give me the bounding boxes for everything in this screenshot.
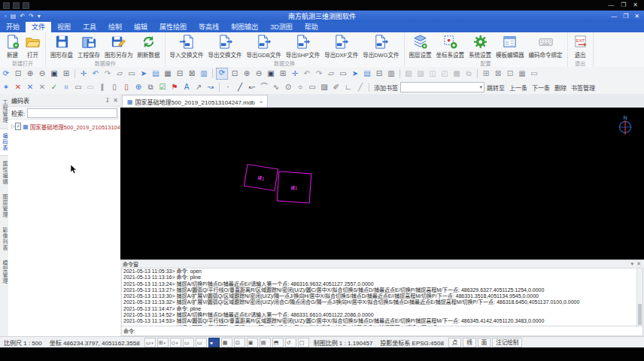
pin-icon[interactable]: ▾ [631, 261, 634, 267]
maximize-icon[interactable]: ❐ [623, 13, 628, 20]
fit-extent-icon[interactable]: ⊡ [229, 68, 240, 79]
toolbar-button-刷新数据[interactable]: 刷新数据 [135, 33, 163, 60]
ribbon-tab-等高线[interactable]: 等高线 [193, 22, 225, 32]
select-rect-icon[interactable]: ▭ [338, 68, 348, 79]
toolbar-button-新建[interactable]: 新建 [2, 33, 23, 60]
mode-button[interactable]: ▭ [196, 338, 207, 347]
delete-bookmark-button[interactable]: 删除 [554, 83, 567, 92]
add-bookmark-button[interactable]: 添加书签 [374, 83, 398, 92]
select-window-icon[interactable]: ▱ [114, 68, 125, 79]
checkbox[interactable]: ✓ [15, 123, 21, 130]
toolbar-button-图层设置[interactable]: 图层设置 [407, 33, 434, 60]
table-view-icon[interactable]: ▦ [163, 68, 173, 79]
stereo-tool-icon[interactable]: ◰ [439, 68, 450, 79]
command-log[interactable]: 2021-05-13 11:05:33> 命令: open2021-05-13 … [121, 268, 643, 326]
layer-view-icon[interactable]: ▤ [150, 68, 161, 79]
select-arrow-icon[interactable]: ➤ [350, 68, 360, 79]
minimize-icon[interactable]: — [608, 0, 614, 11]
layer-view-icon[interactable]: ▤ [362, 68, 372, 79]
toolbar-button-系统设置[interactable]: 系统设置 [466, 33, 494, 60]
polyline-icon[interactable]: ↜ [247, 82, 257, 93]
minimize-icon[interactable]: — [611, 13, 617, 20]
toolbar-button-模板编辑器[interactable]: 模板编辑器 [494, 33, 527, 60]
select-arrow-icon[interactable]: ➤ [138, 68, 149, 79]
toolbar-button-图形存盘[interactable]: 图形存盘 [48, 33, 75, 60]
hatch-icon[interactable]: ▨ [319, 82, 330, 93]
window-tool-icon[interactable]: ⊠ [493, 68, 503, 79]
flag-icon[interactable]: ⚑ [169, 82, 180, 93]
toolbar-button-导出GDB文件[interactable]: 导出GDB文件 [245, 33, 284, 60]
tab-close-icon[interactable]: × [260, 99, 263, 105]
tree-item[interactable]: ▷✓▦国家基础地理500_2019_210513104247.mdb (.. [8, 122, 120, 131]
move-node-icon[interactable]: ✕ [37, 82, 47, 93]
ribbon-tab-3D测图[interactable]: 3D测图 [264, 22, 299, 32]
ribbon-tab-属性绘图[interactable]: 属性绘图 [153, 22, 193, 32]
copy-icon[interactable]: ⧉ [145, 82, 156, 93]
collapse-icon[interactable]: ⊟ [374, 68, 384, 79]
add-node-icon[interactable]: ✕ [25, 82, 35, 93]
toggle-注记绘制[interactable]: 注记绘制 [492, 338, 522, 347]
refresh-view-icon[interactable]: ⟳ [1, 68, 11, 79]
stereo-tool-icon[interactable]: ▨ [415, 68, 426, 79]
split-view-icon[interactable]: ▥ [386, 68, 396, 79]
bookmark-manager-button[interactable]: 书签管理 [571, 83, 595, 92]
toolbar-button-导出SHP文件[interactable]: 导出SHP文件 [284, 33, 322, 60]
toolbar-button-坐标系设置[interactable]: 坐标系设置 [434, 33, 467, 60]
side-tab-工程管理[interactable]: 工程管理 [0, 96, 8, 127]
pan-icon[interactable]: ✛ [78, 68, 89, 79]
mode-button[interactable]: ⬒ [272, 338, 284, 347]
zoom-out-icon[interactable]: ⊖ [37, 68, 47, 79]
draw-point-icon[interactable]: ✶ [1, 82, 11, 93]
full-view-icon[interactable]: ▣ [266, 68, 276, 79]
parcel-polygon[interactable]: 建1 [244, 164, 278, 191]
toolbar-button-导入交换文件[interactable]: 导入交换文件 [168, 33, 206, 60]
window-tool-icon[interactable]: ⊞ [481, 68, 491, 79]
bookmark-combobox[interactable]: ▾ [400, 82, 485, 93]
jump-to-button[interactable]: 跳转至 [487, 83, 505, 92]
zoom-in-icon[interactable]: ⊕ [242, 68, 252, 79]
segment-icon[interactable]: ╱ [355, 82, 366, 93]
toolbar-button-打开[interactable]: 打开 [23, 33, 43, 60]
active-mode-button[interactable]: ● [208, 338, 220, 347]
curve-arrow-icon[interactable]: ↝ [205, 82, 216, 93]
toolbar-button-编码命令绑定[interactable]: 编码命令绑定 [527, 33, 565, 60]
mode-button[interactable]: ▦ [221, 338, 232, 347]
mode-button[interactable]: ⊡ [234, 338, 245, 347]
maximize-icon[interactable]: ❐ [621, 0, 626, 11]
mode-button[interactable]: ▢ [298, 338, 309, 347]
pan-icon[interactable]: ✛ [290, 68, 300, 79]
check-icon[interactable]: ✓ [49, 82, 59, 93]
toggle-线[interactable]: 线 [463, 338, 476, 347]
side-tab-图层管理[interactable]: 图层管理 [0, 190, 8, 222]
ribbon-tab-制图输出[interactable]: 制图输出 [225, 22, 264, 32]
grid-mode-button[interactable]: ⊞▾ [157, 338, 169, 347]
ribbon-tab-工具[interactable]: 工具 [77, 22, 102, 32]
close-icon[interactable]: ✕ [113, 97, 118, 104]
page-delete-icon[interactable]: ▯ [121, 82, 132, 93]
mode-button[interactable]: ▭ [183, 338, 194, 347]
undo-icon[interactable]: ↶ [302, 68, 312, 79]
delete-node-icon[interactable]: ✕ [13, 82, 23, 93]
rect-tool-icon[interactable]: ▭ [85, 82, 96, 93]
ribbon-tab-视图[interactable]: 视图 [51, 22, 77, 32]
grid-icon[interactable]: ⊞ [61, 68, 71, 79]
close-icon[interactable]: ✕ [636, 261, 641, 267]
toolbar-button-导出DXF文件[interactable]: 导出DXF文件 [322, 33, 360, 60]
side-tab-影像列表[interactable]: 影像列表 [0, 223, 8, 255]
rect-tool-icon[interactable]: ▭ [73, 82, 84, 93]
toggle-点[interactable]: 点 [448, 338, 462, 347]
sketch-icon[interactable]: ✐ [331, 82, 342, 93]
refresh-stereo-icon[interactable]: ⟳ [216, 68, 228, 80]
mode-button[interactable]: ▤ [260, 338, 271, 347]
toolbar-button-工程保存[interactable]: 工程保存 [75, 33, 102, 60]
ribbon-tab-开始[interactable]: 开始 [0, 22, 26, 32]
next-bookmark-button[interactable]: 下一条 [532, 83, 550, 92]
window-tool-icon[interactable]: ⊡ [505, 68, 515, 79]
toolbar-button-导出交换文件[interactable]: 导出交换文件 [206, 33, 245, 60]
mode-button[interactable]: ▣ [247, 338, 258, 347]
stereo-tool-icon[interactable]: ▧ [403, 68, 414, 79]
redo-icon[interactable]: ↷ [102, 68, 113, 79]
toolbar-button-退出[interactable]: EXIT退出 [570, 33, 591, 60]
stereo-tool-icon[interactable]: ⧉ [463, 68, 474, 79]
previous-bookmark-button[interactable]: 上一条 [509, 83, 527, 92]
